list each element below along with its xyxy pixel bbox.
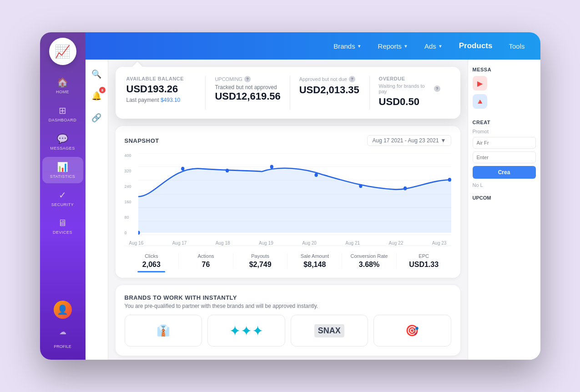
approved-amount: USD2,013.35 [299,84,360,96]
sidebar-label-security: SECURITY [51,202,74,207]
sidebar-item-dashboard[interactable]: ⊞ DASHBOARD [42,101,83,127]
available-balance-label: AVAILABLE BALANCE [126,76,197,81]
stat-epc[interactable]: EPC USD1.33 [397,253,451,269]
last-payment-link[interactable]: $493.10 [161,97,180,103]
info-icon[interactable]: ? [349,76,355,82]
stat-payouts-value: $2,749 [237,261,284,269]
sidebar-label-home: HOME [56,90,69,94]
sidebar-label-statistics: STATISTICS [50,174,76,179]
security-icon: ✓ [59,190,67,201]
stat-conversion-rate[interactable]: Conversion Rate 3.68% [342,253,397,269]
sidebar-item-devices[interactable]: 🖥 DEVICES [42,213,83,239]
chevron-down-icon: ▼ [403,44,408,49]
create-input-1[interactable] [473,137,536,149]
brand-logo-3: SNAX [314,324,344,337]
brand-logo-1: 👔 [156,324,170,337]
chevron-down-icon: ▼ [441,137,446,144]
create-input-2[interactable] [473,151,536,163]
avatar[interactable]: 👤 [54,301,72,319]
upcoming-panel-title: UPCOM [473,195,536,201]
message-avatar-1: ▶ [473,76,487,90]
brand-item-2[interactable]: ✦✦✦ [207,315,285,347]
brand-item-3[interactable]: SNAX [291,315,368,347]
overdue-amount: USD0.50 [379,96,440,108]
upcoming-section: UPCOMING ? Tracked but not approved USD1… [206,76,290,110]
app-logo: 📈 [49,38,76,65]
cloud-icon[interactable]: ☁ [55,324,70,339]
stat-actions[interactable]: Actions 76 [179,253,233,269]
nav-tools[interactable]: Tools [502,39,531,54]
sidebar-label-dashboard: DASHBOARD [49,118,77,122]
brands-card: BRANDS TO WORK WITH INSTANTLY You are pr… [116,285,460,356]
date-range-picker[interactable]: Aug 17 2021 - Aug 23 2021 ▼ [367,135,451,146]
sidebar-item-messages[interactable]: 💬 MESSAGES [42,129,83,155]
info-icon[interactable]: ? [434,85,440,92]
svg-point-8 [181,167,184,171]
sidebar-item-home[interactable]: 🏠 HOME [42,72,83,99]
stat-clicks-value: 2,063 [128,261,175,269]
stat-sale-label: Sale Amount [291,253,338,259]
messages-icon: 💬 [57,133,69,144]
approved-section: Approved but not due ? USD2,013.35 [290,76,370,110]
sidebar-item-statistics[interactable]: 📊 STATISTICS [42,157,83,183]
stat-payouts-label: Payouts [237,253,284,259]
brand-item-4[interactable]: 🎯 [373,315,451,347]
sidebar-label-devices: DEVICES [53,230,72,235]
search-button[interactable]: 🔍 [89,67,104,81]
svg-point-13 [403,186,406,190]
statistics-icon: 📊 [57,161,69,172]
balance-card: AVAILABLE BALANCE USD193.26 Last payment… [116,67,460,119]
create-section: CREAT Promot Crea No L [473,120,536,188]
nav-brands[interactable]: Brands ▼ [327,39,368,54]
stat-clicks[interactable]: Clicks 2,063 [125,253,179,269]
svg-point-9 [225,169,228,172]
stat-actions-value: 76 [182,261,229,269]
last-payment-text: Last payment $493.10 [126,97,197,103]
nav-reports[interactable]: Reports ▼ [372,39,414,54]
approved-label-row: Approved but not due ? [299,76,360,82]
chevron-down-icon: ▼ [357,44,362,49]
svg-point-14 [448,178,451,181]
brand-item-1[interactable]: 👔 [125,315,202,347]
upcoming-sub: Tracked but not approved [215,84,280,90]
sidebar: 📈 🏠 HOME ⊞ DASHBOARD 💬 MESSAGES 📊 STATIS… [40,32,86,360]
sidebar-item-security[interactable]: ✓ SECURITY [42,185,83,211]
svg-point-10 [270,165,273,168]
sidebar-nav: 🏠 HOME ⊞ DASHBOARD 💬 MESSAGES 📊 STATISTI… [40,72,86,301]
stat-clicks-label: Clicks [128,253,175,259]
brands-grid: 👔 ✦✦✦ SNAX 🎯 [125,315,451,347]
brand-logo-2: ✦✦✦ [229,323,263,339]
overdue-section: OVERDUE Waiting for brands to pay ? USD0… [370,76,449,110]
message-item-1[interactable]: ▶ [473,76,536,90]
chart-area: 400 320 240 160 80 0 [125,153,451,235]
snapshot-header: SNAPSHOT Aug 17 2021 - Aug 23 2021 ▼ [125,135,451,146]
stats-row: Clicks 2,063 Actions 76 Payouts $2,749 [125,246,451,269]
info-icon[interactable]: ? [244,76,251,82]
svg-point-12 [359,184,362,188]
stat-sale-amount[interactable]: Sale Amount $8,148 [287,253,342,269]
devices-icon: 🖥 [58,218,67,228]
message-item-2[interactable]: 🔺 [473,94,536,109]
x-axis-labels: Aug 16 Aug 17 Aug 18 Aug 19 Aug 20 Aug 2… [125,241,451,246]
top-navigation: Brands ▼ Reports ▼ Ads ▼ Products Tools [86,32,540,60]
messages-section: MESSA ▶ 🔺 [473,67,536,112]
sidebar-label-profile: PROFILE [54,344,71,349]
avatar-icon: 👤 [57,304,68,315]
overdue-sub-row: Waiting for brands to pay ? [379,83,440,94]
nav-products[interactable]: Products [453,38,499,54]
content-area: 🔍 🔔 🔗 AVAILABLE BALANCE USD193.26 Last p… [86,60,540,360]
create-panel-title: CREAT [473,120,536,125]
stat-payouts[interactable]: Payouts $2,749 [233,253,288,269]
brands-subtitle: You are pre-qualified to partner with th… [125,303,451,309]
overdue-label: OVERDUE [379,76,440,81]
upcoming-section: UPCOM [473,195,536,201]
brand-logo-4: 🎯 [405,324,419,337]
create-button[interactable]: Crea [473,166,536,179]
svg-point-7 [136,231,140,234]
sidebar-label-messages: MESSAGES [50,146,75,151]
notifications-button[interactable]: 🔔 [89,89,104,103]
link-button[interactable]: 🔗 [89,111,104,125]
main-content: AVAILABLE BALANCE USD193.26 Last payment… [108,60,468,360]
nav-ads[interactable]: Ads ▼ [418,39,449,54]
svg-point-11 [314,173,318,176]
